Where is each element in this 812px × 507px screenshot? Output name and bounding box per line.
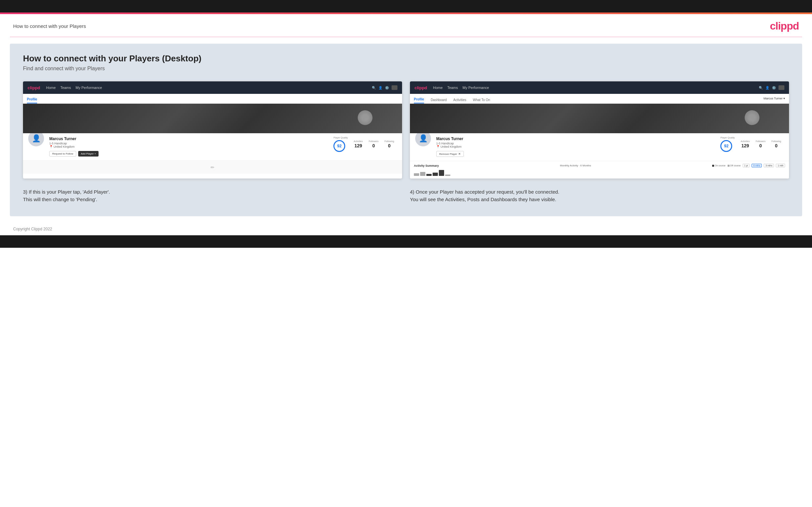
hero-image-2 [410,104,789,133]
app-navbar-1: clippd Home Teams My Performance 🔍 👤 ⚙️ [23,81,402,94]
request-follow-button[interactable]: Request to Follow [49,151,76,157]
add-player-button[interactable]: Add Player + [78,151,99,157]
period-1mth[interactable]: 1 mth [776,164,785,167]
screenshot-1: clippd Home Teams My Performance 🔍 👤 ⚙️ … [23,81,402,178]
tab-profile-1[interactable]: Profile [27,98,37,103]
location-icon-1: 📍 [49,145,53,148]
profile-location-2: 📍 United Kingdom [436,145,716,148]
app-tabs-2: Profile Dashboard Activities What To On … [410,94,789,104]
app-logo-1: clippd [28,85,40,90]
top-bar [0,0,812,12]
stat-followers-1: Followers 0 [368,140,378,148]
stat-following-2: Following 0 [771,140,781,148]
profile-buttons-2: Remove Player ✕ [436,151,716,157]
clippd-logo: clippd [770,20,799,32]
nav-teams-1[interactable]: Teams [60,86,71,90]
period-3mths[interactable]: 3 mths [764,164,774,167]
header-divider [10,37,802,37]
app-tabs-1: Profile [23,94,402,104]
description-text-2: 4) Once your Player has accepted your re… [410,188,789,203]
profile-info-2: Marcus Turner 1-5 Handicap 📍 United King… [436,136,716,157]
screenshots-row: clippd Home Teams My Performance 🔍 👤 ⚙️ … [23,81,789,178]
nav-home-1[interactable]: Home [46,86,55,90]
nav-links-1: Home Teams My Performance [46,86,102,90]
user-icon-2[interactable]: 👤 [765,86,769,90]
activity-period: Monthly Activity · 6 Months [560,164,591,167]
on-course-dot [712,165,714,167]
player-quality-2: Player Quality 92 [720,136,735,152]
legend-on-course: On course [712,164,725,167]
nav-icons-2: 🔍 👤 ⚙️ [759,85,784,90]
bar-1 [414,173,419,176]
period-6mths[interactable]: 6 mths [752,164,762,167]
profile-name-2: Marcus Turner [436,136,716,141]
bar-6 [445,175,450,176]
user-icon-1[interactable]: 👤 [378,86,383,90]
tab-profile-2[interactable]: Profile [414,98,424,103]
activity-summary: Activity Summary Monthly Activity · 6 Mo… [410,161,789,178]
page-header: How to connect with your Players clippd [0,14,812,37]
profile-area-1: 👤 Marcus Turner 1-5 Handicap 📍 United Ki… [23,133,402,161]
bar-3 [426,174,432,176]
quality-circle-2: 92 [720,140,732,152]
screenshot-bottom-1: ✏ [23,161,402,174]
breadcrumb: How to connect with your Players [13,23,86,29]
nav-icons-1: 🔍 👤 ⚙️ [372,85,398,90]
settings-icon-1[interactable]: ⚙️ [385,86,389,90]
tab-what-to-on-2[interactable]: What To On [473,98,491,103]
stat-followers-2: Followers 0 [756,140,765,148]
remove-player-button[interactable]: Remove Player ✕ [436,151,464,157]
nav-performance-1[interactable]: My Performance [75,86,102,90]
profile-info-1: Marcus Turner 1-5 Handicap 📍 United King… [49,136,329,157]
app-logo-2: clippd [414,85,427,90]
pencil-icon-1: ✏ [211,165,214,170]
activity-controls: On course Off course 1 yr 6 mths 3 mths … [712,164,785,167]
description-2: 4) Once your Player has accepted your re… [410,188,789,203]
flag-icon-2 [778,85,784,90]
profile-area-2: 👤 Marcus Turner 1-5 Handicap 📍 United Ki… [410,133,789,161]
nav-links-2: Home Teams My Performance [433,86,489,90]
bottom-bar [0,235,812,248]
bar-4 [433,173,438,176]
screenshot-2: clippd Home Teams My Performance 🔍 👤 ⚙️ … [410,81,789,178]
main-content: How to connect with your Players (Deskto… [10,44,802,216]
main-subtitle: Find and connect with your Players [23,66,789,71]
description-1: 3) If this is your Player tap, 'Add Play… [23,188,402,203]
marcus-turner-dropdown[interactable]: Marcus Turner ▾ [763,97,785,102]
nav-home-2[interactable]: Home [433,86,443,90]
app-navbar-2: clippd Home Teams My Performance 🔍 👤 ⚙️ [410,81,789,94]
avatar-icon-2: 👤 [419,134,428,143]
profile-buttons-1: Request to Follow Add Player + [49,151,329,157]
off-course-dot [727,165,729,167]
profile-name-1: Marcus Turner [49,136,329,141]
bar-2 [420,172,425,176]
avatar-icon-1: 👤 [32,134,41,143]
profile-location-1: 📍 United Kingdom [49,145,329,148]
tab-dashboard-2[interactable]: Dashboard [430,98,447,103]
period-1yr[interactable]: 1 yr [743,164,750,167]
tabs-right-2: Marcus Turner ▾ [763,97,785,103]
stats-row-1: Player Quality 92 Activities 129 Followe… [334,136,398,152]
nav-teams-2[interactable]: Teams [447,86,458,90]
search-icon-2[interactable]: 🔍 [759,86,763,90]
location-icon-2: 📍 [436,145,440,148]
activity-summary-title: Activity Summary [414,164,439,167]
quality-circle-1: 92 [334,140,345,152]
settings-icon-2[interactable]: ⚙️ [772,86,776,90]
copyright-text: Copyright Clippd 2022 [13,227,52,231]
profile-handicap-2: 1-5 Handicap [436,142,716,145]
search-icon-1[interactable]: 🔍 [372,86,376,90]
legend-off-course: Off course [727,164,741,167]
stat-activities-2: Activities 129 [741,140,750,148]
profile-handicap-1: 1-5 Handicap [49,142,329,145]
nav-performance-2[interactable]: My Performance [462,86,489,90]
hero-image-1 [23,104,402,133]
player-quality-1: Player Quality 92 [334,136,348,152]
activity-summary-header: Activity Summary Monthly Activity · 6 Mo… [414,164,785,167]
bar-5 [439,170,444,176]
tab-activities-2[interactable]: Activities [453,98,466,103]
stat-activities-1: Activities 129 [354,140,363,148]
stat-following-1: Following 0 [384,140,394,148]
descriptions-row: 3) If this is your Player tap, 'Add Play… [23,188,789,203]
description-text-1: 3) If this is your Player tap, 'Add Play… [23,188,402,203]
